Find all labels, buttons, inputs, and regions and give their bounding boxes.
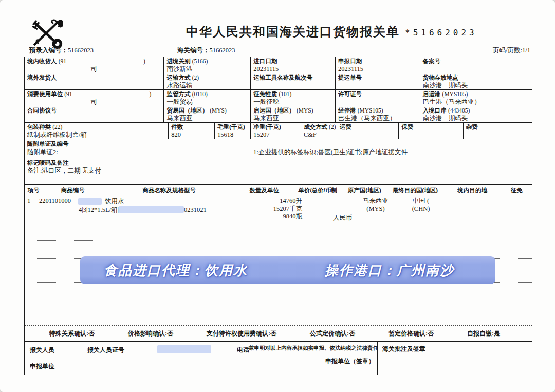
item-hs-code: 2201101000 [39, 197, 71, 205]
declarant-id-label: 报关人员证号 [87, 346, 124, 354]
customs-note-label: 海关批注及签章 [382, 345, 425, 353]
customs-declaration-sheet: 中华人民共和国海关进口货物报关单 *51662023 预录入编号：5166202… [0, 0, 555, 392]
entry-port-label: 进境关别 [166, 58, 190, 64]
departure-port-label: 启运港 [423, 91, 441, 97]
departure-country-value: 马来西亚 [253, 115, 332, 122]
supervision-mode-value: 一般贸易 [166, 98, 248, 105]
redaction-box [119, 206, 184, 213]
goods-header-item-no: 项号 [25, 186, 43, 194]
cell-net-weight: 净重(千克) 15207 [251, 123, 301, 139]
item-origin-country: 马来西亚 [363, 197, 388, 204]
form-title: 中华人民共和国海关进口货物报关单 [149, 24, 437, 40]
bill-no-label: 提运单号 [338, 74, 362, 81]
consignee-value: 司 [27, 65, 161, 72]
table-row: 合同协议号 贸易国（地区） (MYS) 马来西亚 启运国（地区） (MYS) 马… [25, 106, 532, 123]
trade-country-code: (MYS) [210, 107, 227, 114]
consignee-paren: ) [143, 58, 145, 64]
item-destination: 中国 ( (CHN) [398, 197, 444, 213]
cell-departure-country: 启运国（地区） (MYS) 马来西亚 [251, 106, 336, 122]
storage-place-value: 南沙港二期码头 [423, 82, 529, 89]
license-no-label: 许可证号 [338, 91, 362, 97]
pre-entry-label: 预录入编号： [29, 47, 68, 54]
net-weight-value: 15207 [253, 131, 298, 138]
banner-right-text: 操作港口：广州南沙 [325, 262, 454, 279]
cell-contract-no: 合同协议号 [25, 106, 164, 122]
pieces-label: 件数 [171, 124, 183, 130]
goods-header-destination-country: 最终目的国(地区) [387, 186, 443, 194]
contract-no-label: 合同协议号 [27, 107, 57, 114]
item-qty-bottles: 9840瓶 [283, 213, 303, 220]
trade-country-value: 马来西亚 [166, 115, 248, 122]
item-quantities: 14760升 15207千克 9840瓶 [230, 197, 302, 220]
goods-item-area: 1 2201101000 饮用水 4|3|12*1.5L/箱|0231021 1… [25, 196, 532, 326]
transport-name-label: 运输工具名称及航次号 [253, 74, 312, 81]
transport-mode-label: 运输方式 [166, 74, 190, 81]
document-number: *51662023 [405, 26, 477, 38]
cell-consignee: 境内收货人 (91) 司 [25, 57, 164, 73]
goods-table-header: 项号 商品编号 商品名称及规格型号 数量及单位 单价/总价/币制 原产国(地区)… [25, 184, 532, 196]
footer-block: 报关人员 报关人员证号 电话 兹申明对以上内容承担如实申报、依法纳税之法律责任 … [25, 342, 532, 375]
confirm-self-declare-pay: 自报自缴:是 [467, 329, 500, 338]
overseas-shipper-label: 境外发货人 [27, 74, 57, 81]
customs-number-value: 51662023 [210, 47, 235, 54]
insurance-label: 保费 [401, 124, 413, 130]
redaction-box [157, 345, 211, 353]
cell-entry-point: 入境口岸 (443405) 南沙港二期码头 [420, 106, 532, 122]
entry-point-code: (443405) [448, 107, 470, 114]
levy-nature-label: 征免性质 [253, 91, 277, 97]
meta-row: 预录入编号：51662023 海关编号：51662023 页码/页数:1/1 [24, 46, 531, 54]
entry-port-code: (5166) [192, 58, 208, 64]
consignee-label: 境内收货人 [27, 58, 57, 64]
item-dest-country: 中国 ( [413, 197, 429, 204]
deal-terms-code: (2) [329, 124, 336, 130]
goods-header-name-spec: 商品名称及规格型号 [103, 186, 235, 194]
declarant-label: 报关人员 [30, 346, 54, 354]
marks-notes-label: 标记唛码及备注 [27, 159, 529, 167]
goods-header-exemption: 征免 [502, 186, 532, 194]
customs-number-label: 海关编号： [177, 47, 210, 54]
item-origin: 马来西亚 (MYS) [351, 197, 400, 213]
banner-left-text: 食品进口代理：饮用水 [104, 262, 248, 279]
table-row: 消费使用单位 (91) 司 监管方式 (0110) 一般贸易 征免性质 (101… [25, 90, 532, 106]
cell-entry-port: 进境关别 (5166) 南沙新港 [164, 57, 251, 73]
item-origin-code: (MYS) [366, 205, 384, 212]
cell-pieces: 件数 820 [169, 123, 215, 139]
deal-terms-value: C&F [304, 131, 334, 138]
entry-point-label: 入境口岸 [423, 107, 447, 114]
package-type-code: (22) [52, 124, 62, 130]
cell-insurance: 保费 [399, 123, 463, 139]
transit-port-code: (MYS105) [358, 107, 383, 114]
cell-declare-date: 申报日期 20231115 [336, 57, 420, 73]
cell-departure-port: 启运港 (MYS105) 巴生港（马来西亚） [420, 90, 532, 106]
table-row: 包装种类 (22) 纸制或纤维板制盒/箱 件数 820 毛重(千克) 15618… [25, 123, 532, 139]
item-qty-liters: 14760升 [280, 197, 302, 204]
confirm-royalty-payment: 支付特许权使用费确认:否 [207, 329, 276, 338]
transit-port-label: 经停港 [338, 107, 356, 114]
item-spec: 4|3|12*1.5L/箱|0231021 [79, 206, 207, 214]
supervision-mode-label: 监管方式 [166, 91, 190, 97]
goods-header-hs-code: 商品编号 [43, 186, 103, 194]
item-name: 饮用水 [105, 197, 124, 206]
confirm-price-influence: 价格影响确认:否 [128, 329, 173, 338]
marks-notes-value: 备注:港口区，二期 无支付 [27, 167, 529, 174]
transport-mode-code: (2) [192, 74, 199, 81]
cell-import-date: 进口日期 20231115 [251, 57, 336, 73]
documents-line-label: 随附单证2: [27, 148, 58, 157]
import-date-value: 20231115 [253, 65, 332, 72]
misc-fee-label: 杂费 [466, 124, 478, 130]
item-currency: 人民币 [333, 214, 353, 222]
import-date-label: 进口日期 [253, 58, 277, 64]
goods-header-domestic-destination: 境内目的地 [443, 186, 502, 194]
documents-section: 随附单证及编号 随附单证2: 1:企业提供的标签标识;兽医(卫生)证书;原产地证… [25, 139, 532, 158]
transport-mode-value: 水路运输 [166, 82, 248, 89]
cell-supervision-mode: 监管方式 (0110) 一般贸易 [164, 90, 251, 106]
consumer-unit-paren: ) [150, 91, 152, 97]
declaration-statement: 兹申明对以上内容承担如实申报、依法纳税之法律责任 [249, 345, 377, 352]
confirm-provisional-price: 暂定价格确认:否 [388, 329, 434, 338]
entry-port-value: 南沙新港 [166, 65, 248, 72]
departure-country-label: 启运国（地区） [253, 107, 295, 114]
table-row: 境外发货人 运输方式 (2) 水路运输 运输工具名称及航次号 提运单号 货物存放… [25, 73, 532, 90]
consumer-unit-label: 消费使用单位 [27, 91, 63, 97]
record-no-label: 备案号 [423, 58, 441, 64]
cell-trade-country: 贸易国（地区） (MYS) 马来西亚 [164, 106, 251, 122]
